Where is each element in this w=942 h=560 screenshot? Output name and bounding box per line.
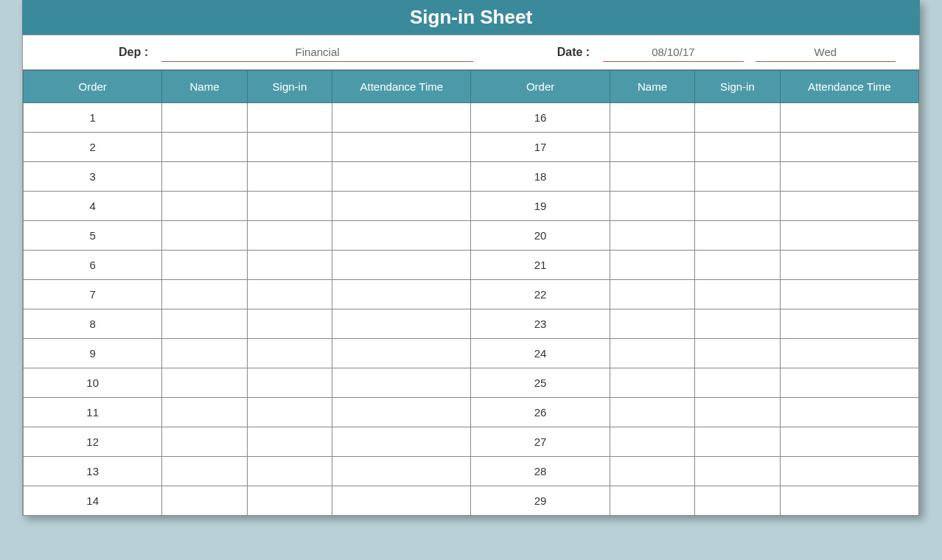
attendance-cell [332, 162, 471, 192]
table-row: 722 [24, 280, 919, 309]
signin-cell [247, 398, 332, 427]
header-signin-right: Sign-in [695, 71, 780, 103]
attendance-cell [780, 457, 918, 486]
signin-cell [695, 486, 780, 516]
name-cell [162, 339, 247, 368]
order-cell: 20 [471, 221, 610, 251]
header-name-left: Name [162, 71, 247, 103]
signin-cell [247, 486, 332, 516]
order-cell: 28 [471, 457, 610, 486]
signin-cell [247, 280, 332, 309]
signin-cell [247, 162, 332, 192]
dep-value: Financial [161, 43, 473, 62]
attendance-cell [332, 133, 471, 162]
name-cell [162, 133, 247, 162]
attendance-cell [332, 398, 471, 427]
order-cell: 9 [24, 339, 162, 368]
signin-cell [247, 427, 332, 457]
name-cell [610, 486, 694, 516]
header-attendance-left: Attendance Time [332, 71, 471, 103]
signin-cell [695, 339, 780, 368]
signin-cell [695, 280, 780, 309]
order-cell: 5 [24, 221, 162, 251]
signin-cell [695, 221, 780, 251]
attendance-cell [780, 309, 918, 339]
name-cell [610, 162, 694, 192]
order-cell: 3 [24, 162, 162, 192]
name-cell [162, 486, 247, 516]
attendance-cell [332, 339, 471, 368]
attendance-cell [780, 398, 918, 427]
attendance-cell [780, 221, 918, 251]
table-row: 1227 [24, 427, 919, 457]
order-cell: 4 [24, 192, 162, 221]
table-row: 1126 [24, 398, 919, 427]
table-row: 1025 [24, 368, 919, 398]
signin-cell [247, 103, 332, 133]
name-cell [162, 280, 247, 309]
order-cell: 1 [24, 103, 162, 133]
order-cell: 8 [24, 309, 162, 339]
order-cell: 23 [471, 309, 610, 339]
name-cell [162, 398, 247, 427]
table-row: 1429 [24, 486, 919, 516]
name-cell [162, 251, 247, 280]
signin-cell [695, 457, 780, 486]
signin-cell [247, 309, 332, 339]
table-row: 520 [24, 221, 919, 251]
info-row: Dep : Financial Date : 08/10/17 Wed [22, 35, 920, 70]
name-cell [610, 339, 694, 368]
attendance-cell [332, 251, 471, 280]
signin-cell [247, 457, 332, 486]
attendance-cell [332, 192, 471, 221]
attendance-cell [780, 192, 918, 221]
header-attendance-right: Attendance Time [780, 71, 918, 103]
table-row: 419 [24, 192, 919, 221]
signin-cell [695, 427, 780, 457]
day-value: Wed [756, 43, 896, 62]
attendance-cell [780, 368, 918, 398]
name-cell [610, 280, 694, 309]
name-cell [610, 103, 694, 133]
order-cell: 24 [471, 339, 610, 368]
table-wrap: Order Name Sign-in Attendance Time Order… [22, 70, 920, 516]
sign-in-sheet: Sign-in Sheet Dep : Financial Date : 08/… [22, 0, 920, 516]
attendance-cell [332, 221, 471, 251]
name-cell [162, 192, 247, 221]
table-row: 924 [24, 339, 919, 368]
signin-cell [695, 103, 780, 133]
attendance-cell [780, 486, 918, 516]
order-cell: 6 [24, 251, 162, 280]
signin-cell [695, 162, 780, 192]
name-cell [162, 162, 247, 192]
sheet-title: Sign-in Sheet [22, 0, 920, 35]
header-order-right: Order [471, 71, 610, 103]
order-cell: 7 [24, 280, 162, 309]
name-cell [162, 427, 247, 457]
table-row: 116 [24, 103, 919, 133]
attendance-cell [332, 486, 471, 516]
order-cell: 29 [471, 486, 610, 516]
name-cell [610, 221, 694, 251]
name-cell [610, 133, 694, 162]
attendance-cell [780, 280, 918, 309]
name-cell [610, 427, 694, 457]
table-row: 318 [24, 162, 919, 192]
signin-cell [695, 309, 780, 339]
name-cell [162, 309, 247, 339]
order-cell: 11 [24, 398, 162, 427]
signin-cell [695, 251, 780, 280]
order-cell: 12 [24, 427, 162, 457]
order-cell: 16 [471, 103, 610, 133]
order-cell: 10 [24, 368, 162, 398]
name-cell [610, 192, 694, 221]
attendance-cell [332, 427, 471, 457]
name-cell [162, 457, 247, 486]
name-cell [162, 103, 247, 133]
table-row: 217 [24, 133, 919, 162]
attendance-cell [332, 103, 471, 133]
signin-cell [247, 133, 332, 162]
signin-cell [695, 192, 780, 221]
attendance-cell [332, 368, 471, 398]
order-cell: 21 [471, 251, 610, 280]
